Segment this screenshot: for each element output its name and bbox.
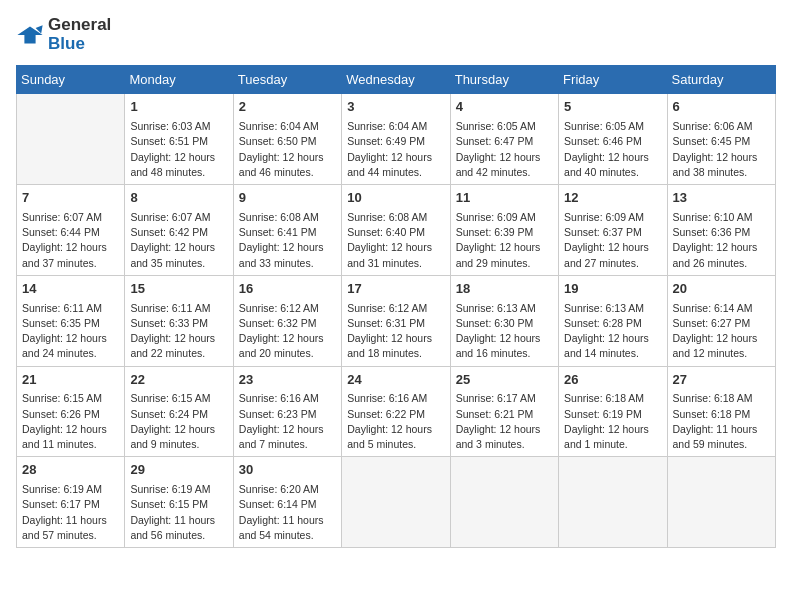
calendar-cell: 29Sunrise: 6:19 AMSunset: 6:15 PMDayligh… — [125, 457, 233, 548]
cell-text: Sunset: 6:45 PM — [673, 134, 770, 149]
cell-text: and 14 minutes. — [564, 346, 661, 361]
cell-text: Sunset: 6:27 PM — [673, 316, 770, 331]
cell-text: Daylight: 11 hours — [22, 513, 119, 528]
calendar-cell: 10Sunrise: 6:08 AMSunset: 6:40 PMDayligh… — [342, 185, 450, 276]
day-number: 15 — [130, 280, 227, 299]
cell-text: Daylight: 11 hours — [130, 513, 227, 528]
calendar-cell: 5Sunrise: 6:05 AMSunset: 6:46 PMDaylight… — [559, 94, 667, 185]
cell-text: Sunset: 6:28 PM — [564, 316, 661, 331]
calendar-cell — [17, 94, 125, 185]
day-number: 21 — [22, 371, 119, 390]
cell-text: Daylight: 11 hours — [673, 422, 770, 437]
cell-text: and 22 minutes. — [130, 346, 227, 361]
cell-text: and 16 minutes. — [456, 346, 553, 361]
cell-text: Sunset: 6:14 PM — [239, 497, 336, 512]
cell-text: Sunrise: 6:09 AM — [456, 210, 553, 225]
day-number: 29 — [130, 461, 227, 480]
cell-text: and 1 minute. — [564, 437, 661, 452]
cell-text: Sunrise: 6:17 AM — [456, 391, 553, 406]
day-number: 16 — [239, 280, 336, 299]
calendar-cell: 3Sunrise: 6:04 AMSunset: 6:49 PMDaylight… — [342, 94, 450, 185]
cell-text: Sunrise: 6:16 AM — [347, 391, 444, 406]
cell-text: Sunrise: 6:06 AM — [673, 119, 770, 134]
weekday-header-saturday: Saturday — [667, 66, 775, 94]
day-number: 14 — [22, 280, 119, 299]
day-number: 20 — [673, 280, 770, 299]
cell-text: Sunset: 6:39 PM — [456, 225, 553, 240]
calendar-cell: 30Sunrise: 6:20 AMSunset: 6:14 PMDayligh… — [233, 457, 341, 548]
calendar-cell: 12Sunrise: 6:09 AMSunset: 6:37 PMDayligh… — [559, 185, 667, 276]
cell-text: and 7 minutes. — [239, 437, 336, 452]
cell-text: Sunset: 6:36 PM — [673, 225, 770, 240]
cell-text: Sunrise: 6:04 AM — [239, 119, 336, 134]
cell-text: Daylight: 11 hours — [239, 513, 336, 528]
day-number: 23 — [239, 371, 336, 390]
cell-text: Sunset: 6:30 PM — [456, 316, 553, 331]
weekday-header-wednesday: Wednesday — [342, 66, 450, 94]
cell-text: Sunset: 6:21 PM — [456, 407, 553, 422]
day-number: 26 — [564, 371, 661, 390]
day-number: 28 — [22, 461, 119, 480]
cell-text: Sunrise: 6:15 AM — [22, 391, 119, 406]
cell-text: Daylight: 12 hours — [239, 150, 336, 165]
cell-text: Daylight: 12 hours — [456, 150, 553, 165]
calendar-cell: 22Sunrise: 6:15 AMSunset: 6:24 PMDayligh… — [125, 366, 233, 457]
cell-text: Sunset: 6:19 PM — [564, 407, 661, 422]
calendar-cell — [450, 457, 558, 548]
calendar-cell: 25Sunrise: 6:17 AMSunset: 6:21 PMDayligh… — [450, 366, 558, 457]
cell-text: and 11 minutes. — [22, 437, 119, 452]
calendar-cell — [667, 457, 775, 548]
cell-text: Sunset: 6:47 PM — [456, 134, 553, 149]
cell-text: and 3 minutes. — [456, 437, 553, 452]
calendar-cell: 16Sunrise: 6:12 AMSunset: 6:32 PMDayligh… — [233, 275, 341, 366]
calendar-cell: 19Sunrise: 6:13 AMSunset: 6:28 PMDayligh… — [559, 275, 667, 366]
cell-text: and 59 minutes. — [673, 437, 770, 452]
cell-text: Daylight: 12 hours — [564, 422, 661, 437]
cell-text: Sunrise: 6:11 AM — [130, 301, 227, 316]
cell-text: Sunrise: 6:16 AM — [239, 391, 336, 406]
cell-text: Sunrise: 6:14 AM — [673, 301, 770, 316]
cell-text: Daylight: 12 hours — [347, 240, 444, 255]
cell-text: Sunrise: 6:12 AM — [347, 301, 444, 316]
cell-text: Sunset: 6:50 PM — [239, 134, 336, 149]
cell-text: Daylight: 12 hours — [239, 240, 336, 255]
week-row-4: 21Sunrise: 6:15 AMSunset: 6:26 PMDayligh… — [17, 366, 776, 457]
cell-text: Sunset: 6:49 PM — [347, 134, 444, 149]
calendar-cell: 20Sunrise: 6:14 AMSunset: 6:27 PMDayligh… — [667, 275, 775, 366]
day-number: 10 — [347, 189, 444, 208]
calendar-cell: 26Sunrise: 6:18 AMSunset: 6:19 PMDayligh… — [559, 366, 667, 457]
cell-text: Sunset: 6:23 PM — [239, 407, 336, 422]
page-header: General Blue — [16, 16, 776, 53]
calendar-cell: 1Sunrise: 6:03 AMSunset: 6:51 PMDaylight… — [125, 94, 233, 185]
day-number: 3 — [347, 98, 444, 117]
weekday-header-sunday: Sunday — [17, 66, 125, 94]
cell-text: Sunset: 6:44 PM — [22, 225, 119, 240]
cell-text: Daylight: 12 hours — [239, 422, 336, 437]
cell-text: Sunrise: 6:15 AM — [130, 391, 227, 406]
weekday-header-tuesday: Tuesday — [233, 66, 341, 94]
day-number: 27 — [673, 371, 770, 390]
calendar-cell: 23Sunrise: 6:16 AMSunset: 6:23 PMDayligh… — [233, 366, 341, 457]
cell-text: Daylight: 12 hours — [564, 240, 661, 255]
calendar-cell: 11Sunrise: 6:09 AMSunset: 6:39 PMDayligh… — [450, 185, 558, 276]
cell-text: Sunrise: 6:18 AM — [673, 391, 770, 406]
cell-text: and 27 minutes. — [564, 256, 661, 271]
cell-text: Sunset: 6:32 PM — [239, 316, 336, 331]
week-row-1: 1Sunrise: 6:03 AMSunset: 6:51 PMDaylight… — [17, 94, 776, 185]
calendar-cell: 27Sunrise: 6:18 AMSunset: 6:18 PMDayligh… — [667, 366, 775, 457]
calendar-cell: 4Sunrise: 6:05 AMSunset: 6:47 PMDaylight… — [450, 94, 558, 185]
cell-text: Sunset: 6:18 PM — [673, 407, 770, 422]
week-row-2: 7Sunrise: 6:07 AMSunset: 6:44 PMDaylight… — [17, 185, 776, 276]
cell-text: Daylight: 12 hours — [456, 331, 553, 346]
cell-text: Sunrise: 6:12 AM — [239, 301, 336, 316]
cell-text: Daylight: 12 hours — [673, 240, 770, 255]
calendar-cell: 14Sunrise: 6:11 AMSunset: 6:35 PMDayligh… — [17, 275, 125, 366]
cell-text: Daylight: 12 hours — [564, 150, 661, 165]
cell-text: and 18 minutes. — [347, 346, 444, 361]
cell-text: Daylight: 12 hours — [130, 240, 227, 255]
week-row-5: 28Sunrise: 6:19 AMSunset: 6:17 PMDayligh… — [17, 457, 776, 548]
cell-text: Sunrise: 6:13 AM — [456, 301, 553, 316]
calendar-cell: 15Sunrise: 6:11 AMSunset: 6:33 PMDayligh… — [125, 275, 233, 366]
cell-text: and 46 minutes. — [239, 165, 336, 180]
weekday-header-row: SundayMondayTuesdayWednesdayThursdayFrid… — [17, 66, 776, 94]
